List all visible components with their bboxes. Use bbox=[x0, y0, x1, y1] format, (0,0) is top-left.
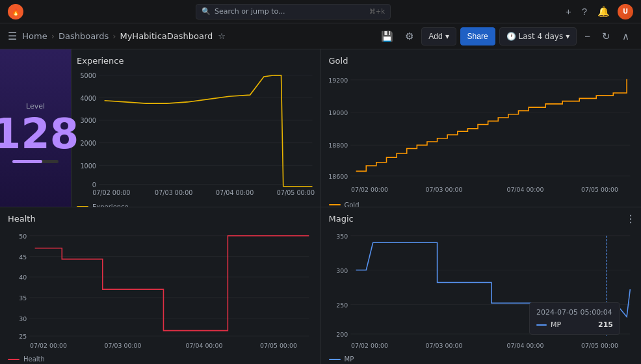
top-nav: 🔥 🔍 Search or jump to... ⌘+k + ? 🔔 U bbox=[0, 0, 641, 23]
share-label: Share bbox=[467, 32, 488, 41]
svg-text:07/02 00:00: 07/02 00:00 bbox=[350, 186, 387, 193]
plus-button[interactable]: + bbox=[563, 5, 574, 18]
svg-text:07/04 00:00: 07/04 00:00 bbox=[506, 341, 543, 348]
notifications-button[interactable]: 🔔 bbox=[595, 5, 612, 19]
panel-gold: Gold 19200 19000 18800 18600 07/02 00:00… bbox=[321, 49, 642, 207]
level-progress-bg bbox=[12, 160, 59, 163]
breadcrumb-current: MyHabiticaDashboard bbox=[120, 31, 213, 41]
svg-text:25: 25 bbox=[19, 333, 27, 340]
svg-text:19000: 19000 bbox=[328, 109, 348, 116]
toolbar-actions: 💾 ⚙ Add ▾ Share 🕐 Last 4 days ▾ − ↻ ∧ bbox=[377, 27, 633, 46]
svg-text:07/04 00:00: 07/04 00:00 bbox=[506, 186, 543, 193]
dashboard-grid: Level 128 Experience 5000 bbox=[0, 49, 641, 364]
svg-text:35: 35 bbox=[19, 294, 27, 302]
search-placeholder: Search or jump to... bbox=[215, 7, 285, 16]
zoom-out-button[interactable]: − bbox=[581, 27, 594, 46]
svg-text:18600: 18600 bbox=[328, 173, 348, 180]
app-logo[interactable]: 🔥 bbox=[8, 4, 23, 20]
svg-text:5000: 5000 bbox=[80, 72, 96, 79]
add-button[interactable]: Add ▾ bbox=[421, 27, 456, 46]
svg-text:07/03 00:00: 07/03 00:00 bbox=[425, 341, 462, 348]
magic-legend: MP bbox=[329, 356, 634, 363]
svg-point-59 bbox=[603, 306, 608, 311]
settings-button[interactable]: ⚙ bbox=[401, 27, 417, 46]
gold-legend-label: Gold bbox=[345, 202, 360, 207]
experience-chart: 5000 4000 3000 2000 1000 0 07/02 00:00 0… bbox=[77, 68, 313, 202]
time-chevron-icon: ▾ bbox=[566, 32, 569, 41]
experience-title: Experience bbox=[77, 56, 313, 66]
magic-chart: 350 300 250 200 07/02 00:00 07/03 00:00 … bbox=[329, 228, 634, 355]
svg-text:19200: 19200 bbox=[328, 77, 348, 84]
svg-text:40: 40 bbox=[19, 274, 27, 281]
avatar[interactable]: U bbox=[618, 4, 633, 20]
sidebar-toggle[interactable]: ☰ bbox=[8, 30, 17, 42]
svg-text:07/05 00:00: 07/05 00:00 bbox=[581, 186, 618, 193]
svg-text:250: 250 bbox=[336, 301, 348, 308]
svg-text:3000: 3000 bbox=[80, 117, 96, 124]
gold-chart: 19200 19000 18800 18600 07/02 00:00 07/0… bbox=[329, 70, 634, 200]
search-icon: 🔍 bbox=[202, 7, 211, 16]
svg-text:200: 200 bbox=[336, 331, 348, 338]
svg-text:07/02 00:00: 07/02 00:00 bbox=[30, 341, 67, 348]
breadcrumb-sep1: › bbox=[51, 31, 55, 41]
gold-legend: Gold bbox=[329, 202, 634, 207]
svg-text:300: 300 bbox=[336, 266, 348, 274]
add-chevron-icon: ▾ bbox=[445, 32, 449, 41]
breadcrumb-sep2: › bbox=[112, 31, 116, 41]
panel-menu-button[interactable]: ⋮ bbox=[625, 213, 636, 225]
svg-text:30: 30 bbox=[19, 315, 27, 322]
health-legend-label: Health bbox=[23, 356, 45, 363]
svg-text:🔥: 🔥 bbox=[12, 8, 20, 16]
svg-text:07/05 00:00: 07/05 00:00 bbox=[277, 189, 315, 196]
search-bar[interactable]: 🔍 Search or jump to... ⌘+k bbox=[196, 4, 391, 20]
svg-text:07/03 00:00: 07/03 00:00 bbox=[155, 189, 192, 196]
svg-text:07/02 00:00: 07/02 00:00 bbox=[350, 341, 387, 348]
gold-title: Gold bbox=[329, 56, 634, 66]
breadcrumb-home[interactable]: Home bbox=[22, 31, 47, 41]
health-legend-dot bbox=[8, 359, 20, 360]
svg-text:07/02 00:00: 07/02 00:00 bbox=[92, 189, 130, 196]
refresh-button[interactable]: ↻ bbox=[598, 27, 614, 46]
svg-text:1000: 1000 bbox=[80, 162, 96, 170]
collapse-button[interactable]: ∧ bbox=[618, 27, 633, 46]
level-progress-fill bbox=[12, 160, 42, 163]
panel-health: Health 50 45 40 35 30 25 07/02 00:00 07/… bbox=[0, 207, 320, 365]
svg-text:07/04 00:00: 07/04 00:00 bbox=[216, 189, 254, 196]
breadcrumb-dashboards[interactable]: Dashboards bbox=[59, 31, 109, 41]
time-icon: 🕐 bbox=[506, 32, 516, 41]
toolbar: ☰ Home › Dashboards › MyHabiticaDashboar… bbox=[0, 23, 641, 49]
health-title: Health bbox=[8, 214, 313, 224]
experience-legend-label: Experience bbox=[92, 203, 129, 207]
health-legend: Health bbox=[8, 356, 313, 363]
svg-text:45: 45 bbox=[19, 253, 27, 260]
experience-panel: Experience 5000 4000 3000 2000 1000 bbox=[72, 49, 320, 207]
svg-text:07/04 00:00: 07/04 00:00 bbox=[185, 341, 222, 348]
experience-legend: Experience bbox=[77, 203, 313, 207]
magic-legend-label: MP bbox=[345, 356, 354, 363]
svg-text:18800: 18800 bbox=[328, 142, 348, 149]
add-label: Add bbox=[428, 32, 442, 41]
gold-legend-dot bbox=[329, 204, 341, 205]
level-title: Level bbox=[26, 102, 45, 110]
svg-text:4000: 4000 bbox=[80, 95, 96, 102]
help-button[interactable]: ? bbox=[579, 5, 590, 18]
magic-title: Magic bbox=[329, 214, 634, 224]
svg-text:07/03 00:00: 07/03 00:00 bbox=[425, 186, 462, 193]
level-value: 128 bbox=[0, 113, 79, 155]
svg-text:50: 50 bbox=[19, 232, 27, 239]
svg-text:07/03 00:00: 07/03 00:00 bbox=[105, 341, 142, 348]
svg-text:07/05 00:00: 07/05 00:00 bbox=[581, 341, 618, 348]
save-button[interactable]: 💾 bbox=[377, 27, 397, 46]
panel-level-experience: Level 128 Experience 5000 bbox=[0, 49, 320, 207]
share-button[interactable]: Share bbox=[460, 27, 495, 46]
level-panel: Level 128 bbox=[0, 49, 72, 207]
breadcrumb: Home › Dashboards › MyHabiticaDashboard bbox=[22, 31, 213, 41]
time-label: Last 4 days bbox=[519, 32, 564, 41]
health-chart: 50 45 40 35 30 25 07/02 00:00 07/03 00:0… bbox=[8, 228, 313, 355]
magic-legend-dot bbox=[329, 359, 341, 360]
search-shortcut: ⌘+k bbox=[369, 8, 385, 15]
favorite-button[interactable]: ☆ bbox=[218, 31, 226, 41]
time-range-picker[interactable]: 🕐 Last 4 days ▾ bbox=[499, 27, 577, 46]
svg-text:0: 0 bbox=[92, 181, 96, 188]
svg-text:350: 350 bbox=[336, 232, 348, 239]
